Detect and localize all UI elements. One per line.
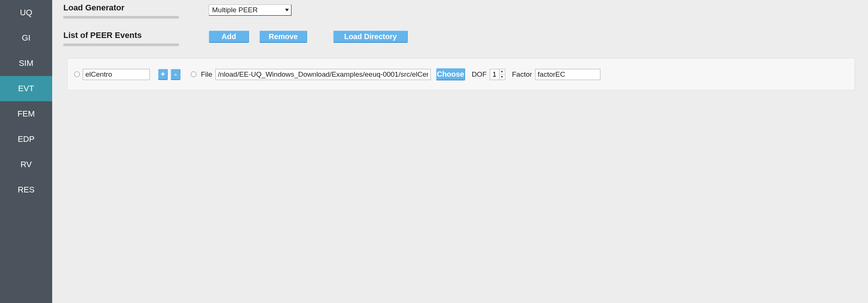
sidebar-item-label: RES xyxy=(18,185,34,195)
sidebar-item-edp[interactable]: EDP xyxy=(0,127,52,152)
sidebar-item-gi[interactable]: GI xyxy=(0,25,52,51)
event-row: + - File Choose DOF ▲ ▼ Factor xyxy=(74,68,848,80)
event-panel: + - File Choose DOF ▲ ▼ Factor xyxy=(67,58,855,90)
sidebar-item-rv[interactable]: RV xyxy=(0,152,52,177)
sidebar-item-evt[interactable]: EVT xyxy=(0,76,52,101)
sidebar-item-label: SIM xyxy=(19,58,33,68)
remove-button[interactable]: Remove xyxy=(259,31,307,43)
load-directory-button[interactable]: Load Directory xyxy=(333,31,408,43)
sidebar-item-label: EVT xyxy=(18,84,34,93)
factor-input[interactable] xyxy=(535,69,600,80)
file-label: File xyxy=(201,70,212,79)
event-select-radio[interactable] xyxy=(74,71,80,77)
add-component-button[interactable]: + xyxy=(158,69,168,80)
sidebar: UQ GI SIM EVT FEM EDP RV RES xyxy=(0,0,52,303)
sidebar-item-label: EDP xyxy=(18,134,34,144)
events-header-row: List of PEER Events Add Remove Load Dire… xyxy=(63,31,855,44)
load-generator-value: Multiple PEER xyxy=(212,6,258,14)
sidebar-item-fem[interactable]: FEM xyxy=(0,101,52,127)
load-generator-select[interactable]: Multiple PEER xyxy=(209,4,291,16)
file-path-input[interactable] xyxy=(215,69,431,80)
spinner-arrows: ▲ ▼ xyxy=(499,69,505,80)
event-name-input[interactable] xyxy=(83,69,150,80)
chevron-down-icon xyxy=(285,9,289,12)
sidebar-item-res[interactable]: RES xyxy=(0,177,52,202)
sidebar-item-label: FEM xyxy=(18,109,35,119)
dof-spinner[interactable]: ▲ ▼ xyxy=(490,69,505,80)
sidebar-item-label: GI xyxy=(22,33,30,43)
plus-icon: + xyxy=(161,70,165,79)
load-generator-row: Load Generator Multiple PEER xyxy=(63,3,855,16)
sidebar-item-sim[interactable]: SIM xyxy=(0,51,52,76)
events-section-title: List of PEER Events xyxy=(63,31,209,44)
sidebar-item-label: RV xyxy=(20,160,32,169)
main-panel: Load Generator Multiple PEER List of PEE… xyxy=(52,0,868,303)
add-button[interactable]: Add xyxy=(209,31,249,43)
events-buttons: Add Remove Load Directory xyxy=(209,31,408,43)
dof-input[interactable] xyxy=(490,70,499,79)
dof-label: DOF xyxy=(472,70,487,79)
factor-label: Factor xyxy=(512,70,532,79)
choose-file-button[interactable]: Choose xyxy=(436,68,465,80)
remove-component-button[interactable]: - xyxy=(171,69,180,80)
load-generator-label: Load Generator xyxy=(63,3,209,16)
file-radio[interactable] xyxy=(191,71,196,77)
spinner-up-icon[interactable]: ▲ xyxy=(499,69,505,75)
spinner-down-icon[interactable]: ▼ xyxy=(499,74,505,80)
sidebar-item-uq[interactable]: UQ xyxy=(0,0,52,25)
sidebar-item-label: UQ xyxy=(20,8,32,17)
minus-icon: - xyxy=(174,70,177,79)
